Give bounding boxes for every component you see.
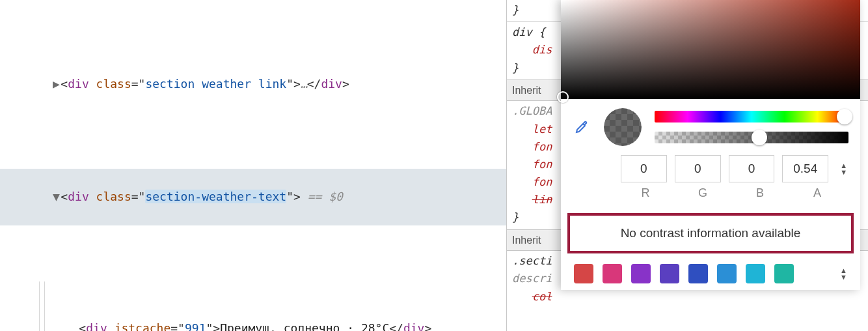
rule-brace: } bbox=[512, 3, 519, 16]
chevron-down-icon: ▼ bbox=[840, 274, 847, 280]
expand-arrow-icon[interactable]: ▶ bbox=[51, 75, 61, 94]
r-input[interactable]: 0 bbox=[621, 155, 667, 182]
hue-thumb[interactable] bbox=[837, 109, 852, 124]
css-property[interactable]: fon bbox=[532, 158, 552, 171]
a-label: A bbox=[793, 184, 842, 203]
g-input[interactable]: 0 bbox=[675, 155, 721, 182]
css-property[interactable]: let bbox=[532, 122, 552, 136]
palette-switcher[interactable]: ▲▼ bbox=[840, 267, 847, 280]
color-picker: 0 0 0 0.54 ▲▼ R G B A No contrast inform… bbox=[561, 0, 860, 290]
dom-line[interactable]: ▶<div class="section weather link">…</di… bbox=[0, 56, 506, 112]
current-color-swatch bbox=[604, 108, 642, 146]
palette-swatch[interactable] bbox=[717, 264, 737, 283]
color-palette: ▲▼ bbox=[561, 261, 860, 290]
eyedropper-button[interactable] bbox=[573, 118, 591, 136]
collapse-arrow-icon[interactable]: ▼ bbox=[51, 188, 61, 207]
rule-selector[interactable]: .GLOBA bbox=[512, 104, 552, 117]
palette-swatch[interactable] bbox=[603, 264, 622, 283]
b-input[interactable]: 0 bbox=[729, 155, 775, 182]
rule-selector[interactable]: .secti bbox=[512, 254, 552, 267]
css-property[interactable]: fon bbox=[532, 175, 552, 188]
palette-swatch[interactable] bbox=[774, 264, 794, 283]
hue-slider[interactable] bbox=[655, 111, 848, 122]
elements-dom-tree[interactable]: ▶<div class="section weather link">…</di… bbox=[0, 0, 506, 331]
alpha-slider[interactable] bbox=[655, 132, 848, 143]
palette-swatch[interactable] bbox=[688, 264, 708, 283]
css-property-overridden[interactable]: lin bbox=[532, 193, 552, 206]
saturation-cursor[interactable] bbox=[557, 91, 569, 103]
chevron-down-icon: ▼ bbox=[840, 169, 847, 175]
rule-selector[interactable]: div bbox=[512, 25, 532, 38]
format-switcher[interactable]: ▲▼ bbox=[840, 162, 847, 175]
palette-swatch[interactable] bbox=[746, 264, 765, 283]
eyedropper-icon bbox=[574, 119, 590, 135]
b-label: B bbox=[735, 184, 785, 203]
css-property-overridden[interactable]: col bbox=[532, 290, 552, 303]
css-property[interactable]: fon bbox=[532, 140, 552, 153]
contrast-info: No contrast information available bbox=[567, 213, 854, 253]
alpha-thumb[interactable] bbox=[752, 130, 767, 145]
palette-swatch[interactable] bbox=[631, 264, 651, 283]
r-label: R bbox=[621, 184, 670, 203]
palette-swatch[interactable] bbox=[660, 264, 679, 283]
dom-line-selected[interactable]: ▼<div class="section-weather-text"> == $… bbox=[0, 169, 506, 225]
css-property[interactable]: dis bbox=[532, 43, 552, 56]
saturation-area[interactable] bbox=[561, 0, 860, 99]
palette-swatch[interactable] bbox=[574, 264, 593, 283]
g-label: G bbox=[678, 184, 727, 203]
dom-line[interactable]: <div jstcache="991">Преимущ. солнечно · … bbox=[0, 281, 506, 331]
a-input[interactable]: 0.54 bbox=[782, 155, 828, 182]
rule-selector[interactable]: descri bbox=[512, 272, 552, 285]
